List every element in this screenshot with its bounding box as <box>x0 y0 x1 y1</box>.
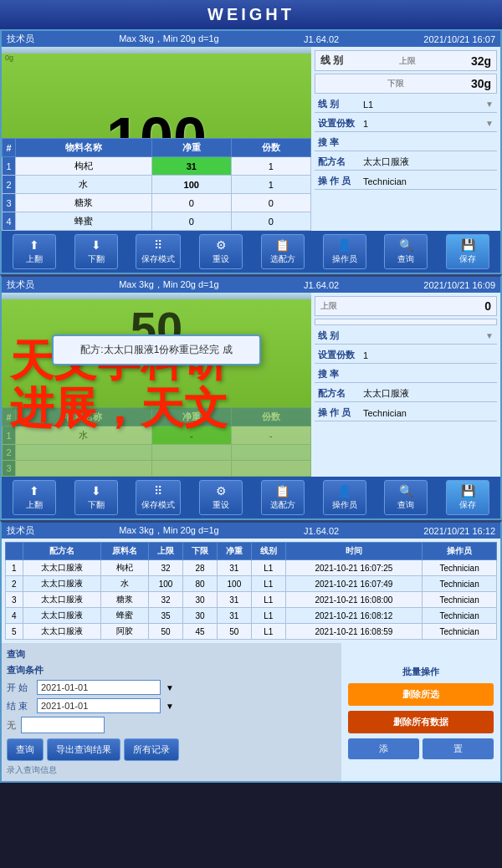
panel1-spec: Max 3kg，Min 20g d=1g <box>119 33 219 45</box>
start-dropdown-icon[interactable]: ▼ <box>166 683 174 692</box>
p2-btn-operator[interactable]: 👤 操作员 <box>323 480 366 515</box>
p2-btn-reset[interactable]: ⚙ 重设 <box>199 480 243 515</box>
panel-1: 技术员 Max 3kg，Min 20g d=1g J1.64.02 2021/1… <box>0 29 502 274</box>
btn-down-label: 下翻 <box>88 253 105 265</box>
p2-btn-save-mode[interactable]: ⠿ 保存模式 <box>136 480 181 515</box>
formula-row: 配方名 太太口服液 <box>315 154 497 171</box>
row4-num: 4 <box>3 212 16 231</box>
query-buttons: 查询 导出查询结果 所有记录 <box>7 738 336 761</box>
table-header-num: # <box>3 139 16 157</box>
line-label: 线 别 <box>318 98 360 110</box>
lower-limit-row: 下限 30g <box>315 74 497 94</box>
all-records-btn[interactable]: 所有记录 <box>124 738 179 761</box>
p2-btn-query-label: 查询 <box>397 499 414 511</box>
qr2-lower: 80 <box>183 576 218 592</box>
empty-field-input[interactable] <box>21 717 105 733</box>
start-date-input[interactable] <box>37 680 161 695</box>
add-btn[interactable]: 添 <box>348 738 419 759</box>
p2-btn-save[interactable]: 💾 保存 <box>446 480 489 515</box>
delete-selected-btn[interactable]: 删除所选 <box>348 683 494 706</box>
qr5-net: 50 <box>217 624 251 640</box>
p2-operator-icon: 👤 <box>337 484 351 498</box>
batch-small-btns: 添 置 <box>348 738 494 759</box>
btn-up[interactable]: ⬆ 上翻 <box>13 234 56 269</box>
table-header-portions: 份数 <box>231 139 310 157</box>
export-btn[interactable]: 导出查询结果 <box>47 738 120 761</box>
p2-up-icon: ⬆ <box>29 484 39 498</box>
btn-save-mode[interactable]: ⠿ 保存模式 <box>136 234 181 269</box>
panel2-main: 50 配方:太太口服液1份称重已经完 成 天文学科研 进展，天文 # 物料名称 … <box>2 293 500 477</box>
line-dropdown-icon[interactable]: ▼ <box>485 100 494 109</box>
qr1-material: 枸杞 <box>100 560 148 576</box>
qr3-formula: 太太口服液 <box>23 592 100 608</box>
end-dropdown-icon[interactable]: ▼ <box>166 702 174 711</box>
query-results-area: 配方名 原料名 上限 下限 净重 线别 时间 操作员 1 太太口服液 枸杞 32… <box>2 539 500 643</box>
delete-all-btn[interactable]: 删除所有数据 <box>348 711 494 733</box>
panel2-header: 技术员 Max 3kg，Min 20g d=1g J1.64.02 2021/1… <box>2 277 500 293</box>
panel1-main: 0g 100 # 物料名称 净重 份数 <box>2 47 500 231</box>
btn-select-formula[interactable]: 📋 选配方 <box>261 234 305 269</box>
btn-down[interactable]: ⬇ 下翻 <box>74 234 118 269</box>
p2-formula-row: 配方名 太太口服液 <box>315 385 497 402</box>
table-row: 1 枸杞 31 1 <box>3 157 311 176</box>
down-icon: ⬇ <box>91 238 101 252</box>
btn-save[interactable]: 💾 保存 <box>446 234 489 269</box>
qr5-upper: 50 <box>149 624 183 640</box>
search-row: 搜 率 <box>315 135 497 151</box>
panel1-info: 线 别 上限 32g 下限 30g 线 别 L1 ▼ 设置份数 1 ▼ 搜 率 <box>311 47 500 231</box>
save-mode-icon: ⠿ <box>154 238 162 252</box>
operator-icon: 👤 <box>337 238 351 252</box>
portions-dropdown-icon[interactable]: ▼ <box>485 119 494 128</box>
qr3-line: L1 <box>251 592 285 608</box>
panel2-datetime: 2021/10/21 16:09 <box>423 280 495 290</box>
upper-limit-label: 线 别 <box>320 54 343 68</box>
btn-query[interactable]: 🔍 查询 <box>384 234 428 269</box>
btn-operator-label: 操作员 <box>332 253 357 265</box>
end-date-input[interactable] <box>37 698 161 713</box>
row4-name: 蜂蜜 <box>16 212 152 231</box>
p2-formula-label: 配方名 <box>318 387 360 400</box>
table-row: 4 蜂蜜 0 0 <box>3 212 311 231</box>
p2-btn-up[interactable]: ⬆ 上翻 <box>13 480 56 515</box>
query-row-4: 4 太太口服液 蜂蜜 35 30 31 L1 2021-10-21 16:08:… <box>6 608 497 624</box>
formula-value: 太太口服液 <box>360 156 494 168</box>
panel3-spec: Max 3kg，Min 20g d=1g <box>119 524 219 537</box>
panel2-spec: Max 3kg，Min 20g d=1g <box>119 278 219 291</box>
p2-line-dropdown[interactable]: ▼ <box>485 331 494 340</box>
formula-label: 配方名 <box>318 156 360 168</box>
p2-btn-query[interactable]: 🔍 查询 <box>384 480 428 515</box>
p2-portions-label: 设置份数 <box>318 349 360 361</box>
panel1-firmware: J1.64.02 <box>304 34 339 44</box>
p2-down-icon: ⬇ <box>91 484 101 498</box>
p2-save-mode-icon: ⠿ <box>154 484 162 498</box>
row2-name: 水 <box>16 176 152 194</box>
table-header-name: 物料名称 <box>16 139 152 157</box>
btn-up-label: 上翻 <box>26 253 43 265</box>
p2-operator-row: 操 作 员 Technician <box>315 405 497 421</box>
p2-btn-down[interactable]: ⬇ 下翻 <box>74 480 118 515</box>
query-row-1: 1 太太口服液 枸杞 32 28 31 L1 2021-10-21 16:07:… <box>6 560 497 576</box>
qr1-lower: 28 <box>183 560 218 576</box>
qr3-material: 糖浆 <box>100 592 148 608</box>
upper-limit-value: 32g <box>471 54 491 68</box>
save-icon: 💾 <box>461 238 475 252</box>
query-btn[interactable]: 查询 <box>7 738 44 761</box>
lower-limit-value: 30g <box>471 77 491 90</box>
btn-reset[interactable]: ⚙ 重设 <box>199 234 243 269</box>
panel2-info: 上限 0 线 别 ▼ 设置份数 1 搜 率 配方名 太太口服液 <box>311 293 500 477</box>
qr3-lower: 30 <box>183 592 218 608</box>
qr3-time: 2021-10-21 16:08:00 <box>285 592 422 608</box>
qr1-num: 1 <box>6 560 23 576</box>
qr2-formula: 太太口服液 <box>23 576 100 592</box>
p2-btn-select-formula[interactable]: 📋 选配方 <box>261 480 305 515</box>
p2-btn-save-label: 保存 <box>459 499 476 511</box>
panel-3: 技术员 Max 3kg，Min 20g d=1g J1.64.02 2021/1… <box>0 520 502 783</box>
p2-upper-note: 上限 <box>320 300 337 312</box>
panel1-datetime: 2021/10/21 16:07 <box>423 34 495 44</box>
btn-operator[interactable]: 👤 操作员 <box>323 234 366 269</box>
confirm-btn[interactable]: 置 <box>423 738 494 759</box>
p2-search-row: 搜 率 <box>315 366 497 383</box>
row2-weight: 100 <box>151 176 231 194</box>
p2-upper-value: 0 <box>484 299 491 313</box>
upper-limit-row: 线 别 上限 32g <box>315 50 497 71</box>
